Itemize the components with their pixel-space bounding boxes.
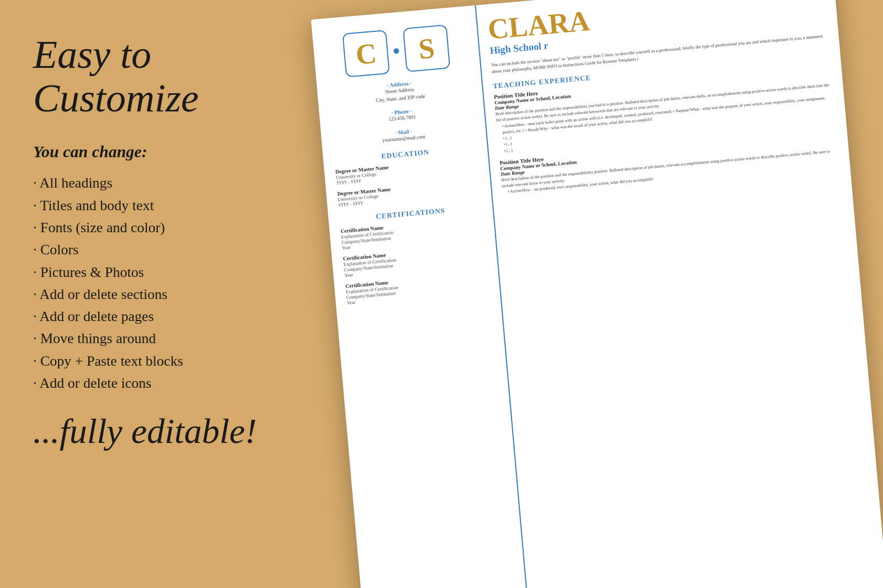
list-item: Pictures & Photos bbox=[33, 261, 276, 284]
resume-right-column: CLARA High School r You can include the … bbox=[476, 0, 883, 588]
right-panel: C S Address Street Address City, State, … bbox=[283, 0, 883, 588]
main-title: Easy to Customize bbox=[33, 33, 276, 120]
list-item: Add or delete pages bbox=[33, 306, 276, 328]
feature-list: All headings Titles and body text Fonts … bbox=[33, 172, 276, 394]
logo-dot bbox=[393, 48, 400, 54]
cs-logo: C S bbox=[323, 23, 469, 79]
list-item: Add or delete sections bbox=[33, 284, 276, 306]
footer-text: ...fully editable! bbox=[33, 411, 276, 452]
left-panel: Easy to Customize You can change: All he… bbox=[0, 0, 309, 588]
list-item: All headings bbox=[33, 172, 276, 194]
can-change-heading: You can change: bbox=[33, 142, 276, 161]
list-item: Move things around bbox=[33, 328, 276, 350]
list-item: Fonts (size and color) bbox=[33, 217, 276, 239]
initial-c: C bbox=[342, 30, 390, 78]
list-item: Titles and body text bbox=[33, 195, 276, 217]
list-item: Colors bbox=[33, 239, 276, 261]
address-section: Address Street Address City, State, and … bbox=[328, 75, 471, 108]
initial-s: S bbox=[403, 24, 451, 72]
list-item: Add or delete icons bbox=[33, 372, 276, 394]
resume-page: C S Address Street Address City, State, … bbox=[311, 0, 883, 588]
list-item: Copy + Paste text blocks bbox=[33, 350, 276, 372]
cert-entry-3: Certification Name Explanation of Certif… bbox=[345, 271, 489, 306]
